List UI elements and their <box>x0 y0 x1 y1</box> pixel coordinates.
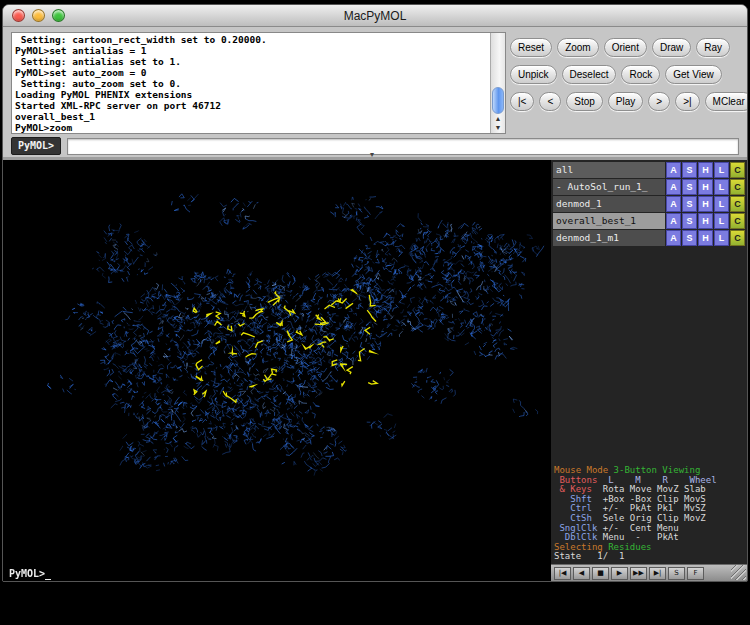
splitter-grip-icon[interactable]: ▾ <box>370 151 374 159</box>
control-button-zoom[interactable]: Zoom <box>557 38 599 57</box>
object-name-overall-best-1[interactable]: overall_best_1 <box>553 213 665 229</box>
object-s-menu-button[interactable]: S <box>682 230 697 246</box>
scrollbar-arrows: ▲ ▼ <box>491 114 505 132</box>
object-h-menu-button[interactable]: H <box>698 196 713 212</box>
scroll-down-icon[interactable]: ▼ <box>491 123 505 132</box>
mouse-help-text: 1/ 1 <box>587 551 625 561</box>
control-button-[interactable]: > <box>648 92 670 111</box>
control-button-[interactable]: |< <box>510 92 534 111</box>
console-line: PyMOL>zoom <box>15 122 487 133</box>
control-button-unpick[interactable]: Unpick <box>510 65 557 84</box>
object-name-denmod-1-m1[interactable]: denmod_1_m1 <box>553 230 665 246</box>
vcr-button[interactable]: ■ <box>592 567 609 580</box>
viewport-prompt: PyMOL>_ <box>9 568 51 579</box>
object-a-menu-button[interactable]: A <box>666 162 681 178</box>
console-line: PyMOL>set auto_zoom = 0 <box>15 67 487 78</box>
object-name-all[interactable]: all <box>553 162 665 178</box>
object-a-menu-button[interactable]: A <box>666 179 681 195</box>
object-s-menu-button[interactable]: S <box>682 213 697 229</box>
mouse-help-text: Residues <box>608 542 651 552</box>
console-line: Setting: cartoon_rect_width set to 0.200… <box>15 34 487 45</box>
object-s-menu-button[interactable]: S <box>682 179 697 195</box>
object-l-menu-button[interactable]: L <box>714 162 729 178</box>
object-l-menu-button[interactable]: L <box>714 213 729 229</box>
mouse-help-text: & Keys <box>554 484 597 494</box>
zoom-window-button[interactable] <box>52 9 65 22</box>
object-a-menu-button[interactable]: A <box>666 230 681 246</box>
command-input[interactable] <box>67 138 739 155</box>
object-row: - AutoSol_run_1_ASHLC <box>553 179 745 195</box>
control-button-draw[interactable]: Draw <box>652 38 691 57</box>
vcr-button[interactable]: |◀ <box>554 567 571 580</box>
scrollbar-thumb[interactable] <box>492 87 504 114</box>
main-area: PyMOL>_ allASHLC- AutoSol_run_1_ASHLCden… <box>3 160 747 581</box>
object-a-menu-button[interactable]: A <box>666 213 681 229</box>
vcr-button-s[interactable]: S <box>668 567 685 580</box>
control-button-row: ResetZoomOrientDrawRay <box>510 38 743 57</box>
vcr-button[interactable]: ▶| <box>649 567 666 580</box>
mouse-help-text: 3-Button Viewing <box>608 465 700 475</box>
object-c-menu-button[interactable]: C <box>730 179 745 195</box>
object-name-AutoSol-run-1[interactable]: - AutoSol_run_1_ <box>553 179 665 195</box>
command-prompt-label: PyMOL> <box>11 137 61 155</box>
control-button-rock[interactable]: Rock <box>621 65 660 84</box>
object-c-menu-button[interactable]: C <box>730 162 745 178</box>
3d-viewport[interactable]: PyMOL>_ <box>3 160 551 582</box>
minimize-button[interactable] <box>32 9 45 22</box>
object-c-menu-button[interactable]: C <box>730 213 745 229</box>
titlebar[interactable]: MacPyMOL <box>3 5 747 27</box>
playback-bar: |◀◀■▶▶▶▶|SF <box>551 564 747 581</box>
mouse-help-text: +Box -Box Clip MovS <box>597 494 705 504</box>
object-name-denmod-1[interactable]: denmod_1 <box>553 196 665 212</box>
object-l-menu-button[interactable]: L <box>714 230 729 246</box>
object-l-menu-button[interactable]: L <box>714 179 729 195</box>
console-scrollbar[interactable]: ▲ ▼ <box>490 33 505 133</box>
mouse-help-text: Selecting <box>554 542 608 552</box>
control-button-[interactable]: < <box>539 92 561 111</box>
object-h-menu-button[interactable]: H <box>698 230 713 246</box>
control-button-mclear[interactable]: MClear <box>705 92 748 111</box>
mouse-help-line: State 1/ 1 <box>554 552 747 562</box>
object-c-menu-button[interactable]: C <box>730 230 745 246</box>
vcr-button[interactable]: ◀ <box>573 567 590 580</box>
control-button-stop[interactable]: Stop <box>566 92 603 111</box>
object-h-menu-button[interactable]: H <box>698 179 713 195</box>
control-button-[interactable]: >| <box>675 92 699 111</box>
control-button-row: |<<StopPlay>>|MClear <box>510 92 743 111</box>
control-button-getview[interactable]: Get View <box>665 65 721 84</box>
control-button-play[interactable]: Play <box>608 92 643 111</box>
window-title: MacPyMOL <box>344 9 407 23</box>
scroll-up-icon[interactable]: ▲ <box>491 114 505 123</box>
mouse-help-text: Rota Move MovZ Slab <box>597 484 705 494</box>
object-s-menu-button[interactable]: S <box>682 196 697 212</box>
mouse-help-text: State <box>554 551 587 561</box>
object-h-menu-button[interactable]: H <box>698 213 713 229</box>
resize-grip-icon[interactable] <box>731 565 746 580</box>
traffic-lights <box>12 9 65 22</box>
control-button-deselect[interactable]: Deselect <box>562 65 617 84</box>
object-s-menu-button[interactable]: S <box>682 162 697 178</box>
mouse-help-text: L M R Wheel <box>597 475 716 485</box>
vcr-button[interactable]: ▶ <box>611 567 628 580</box>
mouse-help-text: Buttons <box>554 475 597 485</box>
console-line: Setting: auto_zoom set to 0. <box>15 78 487 89</box>
object-h-menu-button[interactable]: H <box>698 162 713 178</box>
object-a-menu-button[interactable]: A <box>666 196 681 212</box>
macpymol-window: MacPyMOL Setting: cartoon_rect_width set… <box>2 4 748 582</box>
vcr-button-f[interactable]: F <box>687 567 704 580</box>
mouse-help-text: Menu - PkAt <box>597 532 678 542</box>
control-button-orient[interactable]: Orient <box>604 38 647 57</box>
object-c-menu-button[interactable]: C <box>730 196 745 212</box>
object-l-menu-button[interactable]: L <box>714 196 729 212</box>
control-button-reset[interactable]: Reset <box>510 38 552 57</box>
mouse-help-text: +/- PkAt Pk1 MvSZ <box>597 503 705 513</box>
console-line: PyMOL>set antialias = 1 <box>15 45 487 56</box>
vcr-button[interactable]: ▶▶ <box>630 567 647 580</box>
console-line: Started XML-RPC server on port 46712 <box>15 100 487 111</box>
mouse-help-text: SnglClk <box>554 523 597 533</box>
mouse-help-text: DblClk <box>554 532 597 542</box>
close-button[interactable] <box>12 9 25 22</box>
density-mesh-canvas[interactable] <box>3 160 551 582</box>
control-button-ray[interactable]: Ray <box>696 38 730 57</box>
mouse-help-panel: Mouse Mode 3-Button Viewing Buttons L M … <box>554 466 747 562</box>
